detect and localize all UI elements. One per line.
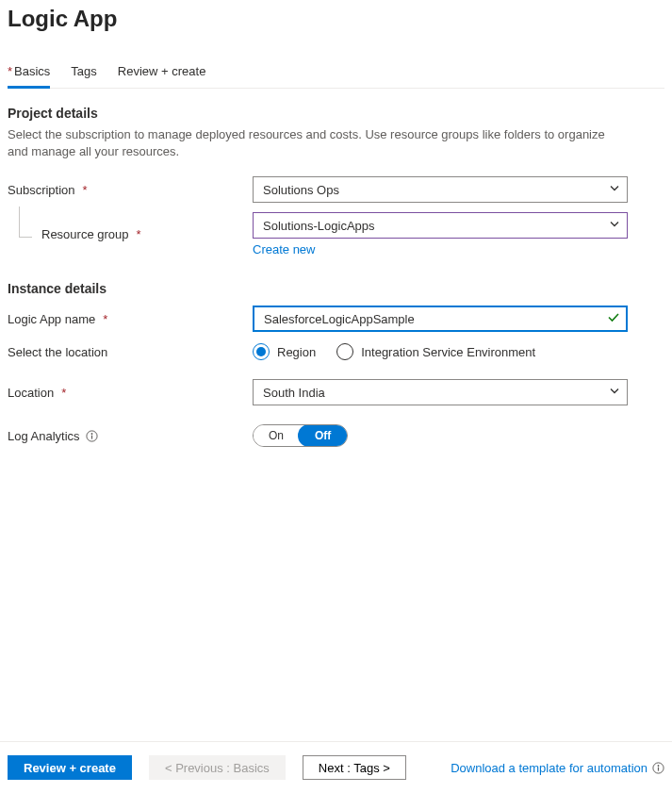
radio-icon — [253, 343, 270, 360]
section-heading-instance: Instance details — [8, 281, 664, 296]
svg-rect-2 — [91, 435, 92, 438]
subscription-select[interactable]: Solutions Ops — [253, 176, 628, 203]
resource-group-value: Solutions-LogicApps — [263, 219, 375, 233]
page-title: Logic App — [8, 6, 664, 32]
section-desc-project: Select the subscription to manage deploy… — [8, 126, 611, 159]
required-indicator: * — [137, 227, 141, 241]
log-analytics-label: Log Analytics — [8, 429, 80, 443]
create-new-link[interactable]: Create new — [253, 242, 315, 256]
location-value: South India — [263, 386, 325, 400]
required-indicator: * — [83, 183, 88, 197]
radio-ise[interactable]: Integration Service Environment — [336, 343, 535, 360]
logic-app-name-label: Logic App name — [8, 312, 95, 326]
resource-group-label: Resource group — [41, 227, 129, 241]
location-select[interactable]: South India — [253, 379, 628, 405]
subscription-value: Solutions Ops — [263, 183, 339, 197]
tab-bar: *Basics Tags Review + create — [8, 64, 664, 89]
tab-tags[interactable]: Tags — [71, 64, 96, 88]
svg-point-1 — [91, 433, 93, 435]
log-analytics-toggle[interactable]: On Off — [253, 424, 348, 447]
required-indicator: * — [61, 386, 66, 400]
tab-basics[interactable]: *Basics — [8, 64, 50, 89]
resource-group-select[interactable]: Solutions-LogicApps — [253, 212, 628, 239]
radio-region[interactable]: Region — [253, 343, 316, 360]
required-indicator: * — [103, 312, 107, 326]
logic-app-name-value: SalesforceLogicAppSample — [264, 312, 415, 326]
radio-icon — [336, 343, 353, 360]
radio-region-label: Region — [277, 345, 316, 359]
toggle-on[interactable]: On — [254, 425, 299, 446]
previous-button: < Previous : Basics — [149, 755, 286, 780]
location-type-radiogroup: Region Integration Service Environment — [253, 343, 628, 360]
radio-ise-label: Integration Service Environment — [361, 345, 535, 359]
logic-app-name-input[interactable]: SalesforceLogicAppSample — [253, 306, 628, 332]
subscription-label: Subscription — [8, 183, 75, 197]
tab-basics-label: Basics — [14, 64, 50, 78]
select-location-label: Select the location — [8, 345, 107, 359]
location-label: Location — [8, 386, 54, 400]
info-icon[interactable] — [86, 429, 99, 442]
svg-rect-5 — [657, 767, 658, 770]
check-icon — [607, 311, 620, 327]
svg-point-4 — [657, 765, 659, 767]
tab-review-create[interactable]: Review + create — [118, 64, 206, 88]
footer-bar: Review + create < Previous : Basics Next… — [0, 741, 672, 793]
toggle-off[interactable]: Off — [298, 424, 348, 447]
info-icon[interactable] — [651, 761, 664, 774]
review-create-button[interactable]: Review + create — [8, 755, 132, 780]
next-button[interactable]: Next : Tags > — [303, 755, 406, 780]
required-indicator: * — [8, 64, 12, 78]
download-template-link[interactable]: Download a template for automation — [451, 761, 647, 775]
section-heading-project: Project details — [8, 106, 664, 121]
